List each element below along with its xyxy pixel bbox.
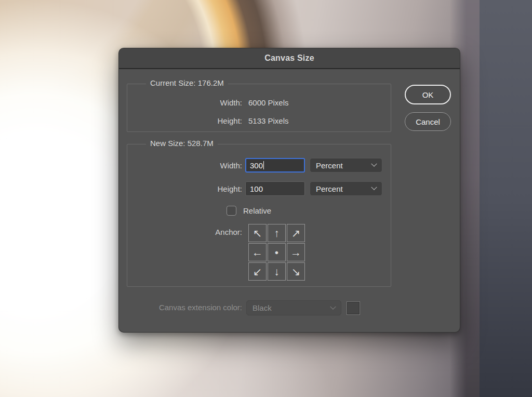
dialog-titlebar[interactable]: Canvas Size xyxy=(119,48,460,69)
current-width-value: 6000 Pixels xyxy=(248,98,289,108)
arrow-up-left-icon: ↖ xyxy=(253,228,262,239)
arrow-down-left-icon: ↙ xyxy=(253,266,262,277)
anchor-cell-left[interactable]: ← xyxy=(248,243,267,261)
canvas-extension-color-value: Black xyxy=(252,303,272,312)
anchor-cell-bottom-right[interactable]: ↘ xyxy=(287,262,305,281)
width-unit-select[interactable]: Percent xyxy=(310,158,382,173)
arrow-down-icon: ↓ xyxy=(274,266,280,277)
chevron-down-icon xyxy=(371,184,377,190)
text-caret xyxy=(263,161,264,169)
current-size-legend: Current Size: 176.2M xyxy=(146,78,228,87)
arrow-right-icon: → xyxy=(290,247,301,258)
cancel-button[interactable]: Cancel xyxy=(405,112,451,131)
anchor-dot-icon: ● xyxy=(275,249,279,256)
relative-label: Relative xyxy=(243,206,271,216)
arrow-left-icon: ← xyxy=(252,247,263,258)
current-height-label: Height: xyxy=(127,116,242,126)
background-photo-dark-band xyxy=(480,0,532,397)
anchor-cell-center[interactable]: ● xyxy=(268,243,286,261)
anchor-cell-right[interactable]: → xyxy=(287,243,305,261)
canvas-extension-color-label: Canvas extension color: xyxy=(127,302,242,313)
anchor-label: Anchor: xyxy=(127,227,242,237)
height-unit-value: Percent xyxy=(316,184,343,193)
new-width-label: Width: xyxy=(127,161,242,171)
width-input-value: 300 xyxy=(250,161,263,170)
anchor-cell-bottom-left[interactable]: ↙ xyxy=(248,262,267,281)
anchor-cell-top-left[interactable]: ↖ xyxy=(248,224,267,242)
ok-button-label: OK xyxy=(422,90,434,99)
chevron-down-icon xyxy=(330,303,336,309)
extension-color-swatch[interactable] xyxy=(347,301,360,315)
anchor-cell-top[interactable]: ↑ xyxy=(268,224,286,242)
arrow-down-right-icon: ↘ xyxy=(291,266,301,277)
height-unit-select[interactable]: Percent xyxy=(310,181,382,196)
anchor-cell-top-right[interactable]: ↗ xyxy=(287,224,305,242)
anchor-cell-bottom[interactable]: ↓ xyxy=(268,262,286,281)
arrow-up-icon: ↑ xyxy=(274,228,280,239)
current-height-value: 5133 Pixels xyxy=(248,116,289,126)
chevron-down-icon xyxy=(371,161,377,167)
height-input-value: 100 xyxy=(250,184,263,193)
width-unit-value: Percent xyxy=(316,161,343,170)
canvas-extension-color-select[interactable]: Black xyxy=(246,300,341,315)
ok-button[interactable]: OK xyxy=(405,85,451,104)
current-width-label: Width: xyxy=(127,98,242,108)
new-height-label: Height: xyxy=(127,184,242,194)
anchor-grid: ↖ ↑ ↗ ← ● → ↙ ↓ ↘ xyxy=(248,224,306,282)
relative-checkbox[interactable] xyxy=(227,206,236,216)
canvas-size-dialog: Canvas Size Current Size: 176.2M Width: … xyxy=(118,48,460,333)
height-input[interactable]: 100 xyxy=(245,181,305,196)
arrow-up-right-icon: ↗ xyxy=(291,228,301,239)
dialog-title: Canvas Size xyxy=(264,54,314,63)
cancel-button-label: Cancel xyxy=(416,117,440,126)
width-input[interactable]: 300 xyxy=(245,158,305,173)
new-size-legend: New Size: 528.7M xyxy=(146,139,218,148)
